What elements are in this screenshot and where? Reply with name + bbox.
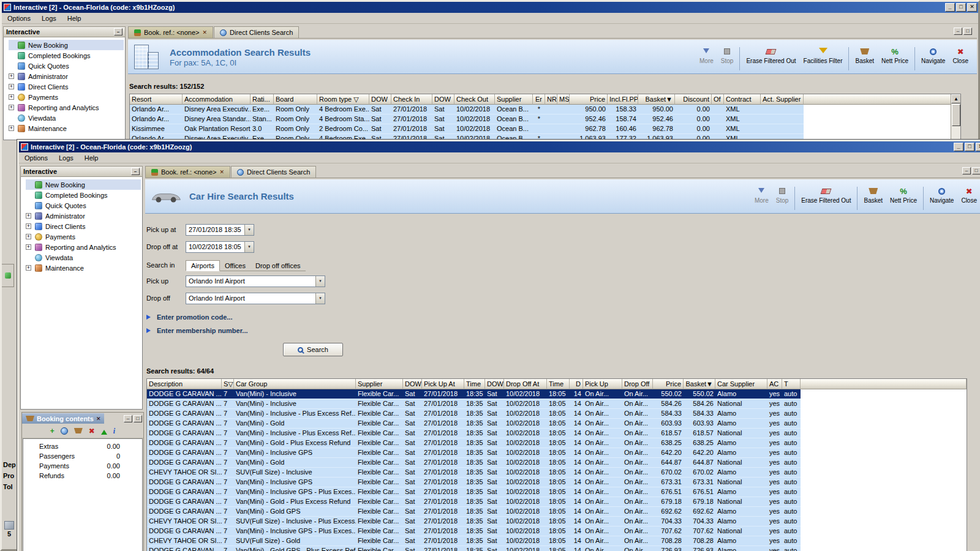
expand-icon[interactable]: +: [9, 84, 14, 89]
column-header[interactable]: Supplier: [495, 94, 533, 105]
sidebar-item-reporting[interactable]: +Reporting and Analytics: [9, 102, 124, 113]
close-button[interactable]: ✕: [967, 3, 977, 12]
menu-help[interactable]: Help: [79, 153, 104, 163]
column-header[interactable]: Time: [547, 379, 570, 389]
scroll-up-button[interactable]: ▲: [951, 94, 961, 103]
panel-minimize-button[interactable]: –: [954, 28, 962, 35]
facilities-filter-button[interactable]: Facilities Filter: [800, 47, 846, 64]
expand-icon[interactable]: +: [26, 244, 31, 250]
expand-icon[interactable]: +: [26, 265, 31, 271]
column-header[interactable]: Rati...: [251, 94, 274, 105]
sidebar-item-direct-clients[interactable]: +Direct Clients: [9, 81, 124, 92]
table-row[interactable]: DODGE G CARAVAN ...7Van(Mini) - Gold - P…: [147, 438, 801, 448]
booking-contents-tab[interactable]: Booking contents ✕: [22, 413, 104, 424]
column-header[interactable]: AC: [767, 379, 782, 389]
column-header[interactable]: Accommodation: [183, 94, 251, 105]
sidebar-item-administrator[interactable]: +Administrator: [9, 71, 124, 81]
basket-button[interactable]: Basket: [851, 47, 878, 64]
tab-booking-ref[interactable]: Book. ref.: <none>✕: [145, 166, 230, 178]
table-row[interactable]: KissimmeeOak Plantation Resort3.0Room On…: [130, 124, 804, 134]
table-row[interactable]: DODGE G CARAVAN ...7Van(Mini) - GoldFlex…: [147, 419, 801, 429]
column-header[interactable]: T: [782, 379, 801, 389]
menu-logs[interactable]: Logs: [53, 153, 79, 163]
list-item[interactable]: Passengers0: [23, 451, 142, 461]
pick-up-select[interactable]: Orlando Intl Airport▼: [186, 276, 325, 287]
collapse-panel-button[interactable]: –: [114, 28, 123, 36]
column-header[interactable]: Time: [464, 379, 485, 389]
column-header[interactable]: Discount: [675, 94, 712, 105]
navigate-button[interactable]: Navigate: [918, 47, 949, 64]
sidebar-item-maintenance[interactable]: +Maintenance: [26, 263, 141, 273]
column-header[interactable]: Drop Off: [622, 379, 653, 389]
sidebar-item-payments[interactable]: +Payments: [9, 92, 124, 102]
column-header[interactable]: Pick Up: [583, 379, 622, 389]
column-header[interactable]: Drop Off At: [504, 379, 547, 389]
table-row[interactable]: DODGE G CARAVAN ...7Van(Mini) - Inclusiv…: [147, 478, 801, 487]
chevron-down-icon[interactable]: ▼: [315, 293, 325, 304]
column-header[interactable]: Contract: [724, 94, 761, 105]
sidebar-item-new-booking[interactable]: New Booking: [26, 179, 141, 190]
move-up-icon[interactable]: [101, 427, 107, 435]
column-header[interactable]: Board: [274, 94, 317, 105]
delete-icon[interactable]: ✖: [89, 427, 95, 435]
chevron-down-icon[interactable]: ▼: [244, 242, 254, 252]
list-item[interactable]: Extras0.00: [23, 441, 142, 451]
column-header[interactable]: Of: [712, 94, 724, 105]
close-results-button[interactable]: ✖Close: [957, 187, 980, 204]
erase-filtered-out-button[interactable]: Erase Filtered Out: [742, 47, 799, 64]
column-header[interactable]: Room type ▽: [317, 94, 369, 105]
table-row[interactable]: DODGE G CARAVAN ...7Van(Mini) - Inclusiv…: [147, 487, 801, 497]
panel-restore-button[interactable]: □: [134, 415, 142, 422]
column-header[interactable]: Basket▼: [638, 94, 675, 105]
table-row[interactable]: Orlando Ar...Disney Area Standar...Stan.…: [130, 114, 804, 124]
table-row[interactable]: CHEVY TAHOE OR SI...7SUV(Full Size) - In…: [147, 517, 801, 527]
expand-icon[interactable]: +: [9, 94, 14, 100]
tab-drop-off-offices[interactable]: Drop off offices: [251, 261, 306, 271]
close-results-button[interactable]: ✖Close: [949, 47, 972, 64]
column-header[interactable]: Er: [533, 94, 545, 105]
table-row[interactable]: CHEVY TAHOE OR SI...7SUV(Full Size) - Go…: [147, 536, 801, 546]
sidebar-item-payments[interactable]: +Payments: [26, 231, 141, 242]
sidebar-item-quick-quotes[interactable]: Quick Quotes: [26, 200, 141, 211]
nett-price-button[interactable]: %Nett Price: [886, 187, 921, 204]
sidebar-item-new-booking[interactable]: New Booking: [9, 40, 124, 50]
column-header[interactable]: MS: [557, 94, 570, 105]
column-header[interactable]: Act. Supplier: [761, 94, 804, 105]
chevron-down-icon[interactable]: ▼: [315, 276, 325, 287]
table-row[interactable]: DODGE G CARAVAN ...7Van(Mini) - Gold GPS…: [147, 546, 801, 551]
title-bar[interactable]: Interactive [2] - Ocean-Florida (code: x…: [19, 141, 980, 152]
scroll-thumb[interactable]: [952, 104, 960, 126]
sidebar-item-completed-bookings[interactable]: Completed Bookings: [26, 190, 141, 200]
expand-icon[interactable]: +: [9, 126, 14, 131]
desktop-icon-5[interactable]: 5: [2, 521, 17, 542]
table-row[interactable]: DODGE G CARAVAN ...7Van(Mini) - Inclusiv…: [147, 389, 801, 399]
column-header[interactable]: Price: [653, 379, 684, 389]
tab-close-icon[interactable]: ✕: [220, 169, 225, 175]
refresh-icon[interactable]: [61, 427, 68, 435]
column-header[interactable]: Incl.Fl.PP: [608, 94, 638, 105]
maximize-button[interactable]: □: [956, 3, 966, 12]
column-header[interactable]: Resort: [130, 94, 183, 105]
search-button[interactable]: Search: [283, 343, 343, 356]
stop-button[interactable]: Stop: [772, 187, 793, 204]
sidebar-item-administrator[interactable]: +Administrator: [26, 211, 141, 221]
column-header[interactable]: DOW: [432, 94, 454, 105]
list-item[interactable]: Refunds0.00: [23, 471, 142, 481]
collapsed-panel-tab[interactable]: [2, 264, 14, 287]
table-row[interactable]: DODGE G CARAVAN ...7Van(Mini) - Gold - P…: [147, 497, 801, 507]
table-row[interactable]: DODGE G CARAVAN ...7Van(Mini) - Inclusiv…: [147, 409, 801, 419]
membership-number-expander[interactable]: Enter membership number...: [146, 326, 980, 335]
column-header[interactable]: DOW: [403, 379, 422, 389]
panel-minimize-button[interactable]: –: [962, 167, 971, 174]
tab-booking-ref[interactable]: Book. ref.: <none>✕: [128, 26, 213, 38]
collapse-panel-button[interactable]: –: [131, 168, 140, 175]
sidebar-item-reporting[interactable]: +Reporting and Analytics: [26, 242, 141, 252]
table-row[interactable]: DODGE G CARAVAN ...7Van(Mini) - Inclusiv…: [147, 448, 801, 458]
column-header[interactable]: Basket▼: [684, 379, 715, 389]
table-row[interactable]: DODGE G CARAVAN ...7Van(Mini) - Inclusiv…: [147, 429, 801, 438]
close-panel-icon[interactable]: ✕: [96, 416, 101, 422]
column-header[interactable]: Supplier: [356, 379, 403, 389]
expand-icon[interactable]: +: [26, 213, 31, 219]
sidebar-item-quick-quotes[interactable]: Quick Quotes: [9, 61, 124, 71]
tab-offices[interactable]: Offices: [220, 261, 251, 271]
